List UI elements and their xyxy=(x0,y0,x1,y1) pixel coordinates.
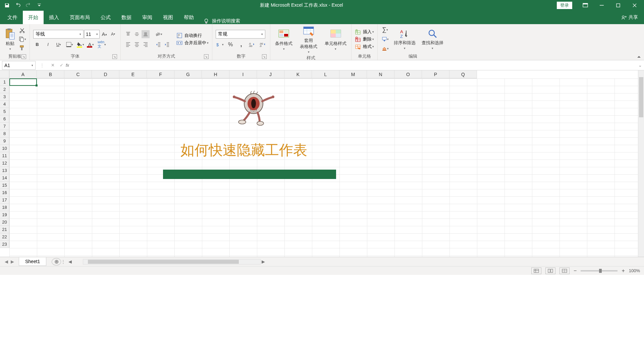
dialog-launcher-icon[interactable]: ↘ xyxy=(204,54,209,59)
row-header[interactable]: 2 xyxy=(0,86,9,93)
delete-cells-button[interactable]: 删除▾ xyxy=(355,36,374,42)
column-header[interactable]: P xyxy=(422,70,449,78)
column-header[interactable]: M xyxy=(339,70,367,78)
column-header[interactable]: L xyxy=(312,70,339,78)
formula-input[interactable] xyxy=(74,61,636,70)
cut-button[interactable] xyxy=(18,26,26,35)
row-header[interactable]: 14 xyxy=(0,174,9,182)
increase-decimal-button[interactable]: .0.00 xyxy=(248,41,256,49)
maximize-icon[interactable] xyxy=(610,0,626,11)
tab-review[interactable]: 审阅 xyxy=(137,11,158,24)
accounting-format-button[interactable]: $▾ xyxy=(216,41,224,49)
vertical-scrollbar[interactable] xyxy=(638,70,644,257)
decrease-decimal-button[interactable]: .00.0 xyxy=(259,41,267,49)
share-button[interactable]: 共享 xyxy=(621,11,644,24)
format-table-button[interactable]: 套用 表格格式▾ xyxy=(299,25,319,54)
align-left-button[interactable] xyxy=(124,40,132,48)
row-header[interactable]: 9 xyxy=(0,137,9,145)
zoom-in-button[interactable]: + xyxy=(622,268,625,274)
comma-button[interactable]: , xyxy=(237,41,245,49)
save-icon[interactable] xyxy=(3,2,11,9)
conditional-format-button[interactable]: 条件格式▾ xyxy=(274,28,294,51)
row-header[interactable]: 5 xyxy=(0,108,9,115)
number-format-combo[interactable]: 常规▾ xyxy=(216,30,265,39)
copy-button[interactable]: ▾ xyxy=(18,35,26,43)
next-sheet-icon[interactable]: ▶ xyxy=(11,259,14,264)
cell-styles-button[interactable]: 单元格样式▾ xyxy=(323,28,348,51)
row-header[interactable]: 16 xyxy=(0,189,9,196)
wrap-text-button[interactable]: abc自动换行 xyxy=(176,33,209,39)
paste-button[interactable]: 粘贴 ▾ xyxy=(3,27,17,51)
decrease-font-button[interactable]: A▾ xyxy=(109,30,117,38)
normal-view-button[interactable] xyxy=(531,267,541,274)
row-header[interactable]: 21 xyxy=(0,226,9,233)
autosum-button[interactable]: ∑▾ xyxy=(381,26,389,34)
page-layout-view-button[interactable] xyxy=(545,267,555,274)
column-header[interactable]: J xyxy=(257,70,284,78)
minimize-icon[interactable] xyxy=(594,0,609,11)
italic-button[interactable]: I xyxy=(44,41,52,49)
sort-filter-button[interactable]: AZ 排序和筛选▾ xyxy=(392,28,417,51)
row-header[interactable]: 23 xyxy=(0,241,9,248)
heading-text[interactable]: 如何快速隐藏工作表 xyxy=(180,141,307,160)
row-header[interactable]: 7 xyxy=(0,123,9,130)
prev-sheet-icon[interactable]: ◀ xyxy=(5,259,8,264)
align-middle-button[interactable] xyxy=(133,30,141,38)
row-header[interactable]: 10 xyxy=(0,145,9,152)
font-name-combo[interactable]: 等线▾ xyxy=(33,30,84,39)
row-header[interactable]: 4 xyxy=(0,101,9,108)
column-header[interactable]: H xyxy=(202,70,229,78)
column-header[interactable]: C xyxy=(64,70,92,78)
horizontal-scrollbar[interactable] xyxy=(83,259,261,264)
column-header[interactable]: F xyxy=(147,70,174,78)
font-size-combo[interactable]: 11▾ xyxy=(84,30,100,39)
page-break-view-button[interactable] xyxy=(559,267,570,274)
undo-icon[interactable] xyxy=(14,2,21,9)
tab-formulas[interactable]: 公式 xyxy=(95,11,116,24)
name-box[interactable]: A1▾ xyxy=(2,61,36,70)
find-select-button[interactable]: 查找和选择▾ xyxy=(420,28,445,51)
cells-area[interactable]: 如何快速隐藏工作表 xyxy=(9,78,638,257)
row-header[interactable]: 6 xyxy=(0,115,9,123)
border-button[interactable]: ▾ xyxy=(65,41,73,49)
tab-data[interactable]: 数据 xyxy=(116,11,137,24)
fill-button[interactable]: ▾ xyxy=(381,35,389,43)
row-header[interactable]: 1 xyxy=(0,78,9,86)
dialog-launcher-icon[interactable]: ↘ xyxy=(21,54,26,59)
format-cells-button[interactable]: 格式▾ xyxy=(355,44,374,50)
column-header[interactable]: N xyxy=(367,70,394,78)
column-header[interactable]: O xyxy=(394,70,422,78)
align-center-button[interactable] xyxy=(133,40,141,48)
active-cell[interactable] xyxy=(9,78,37,86)
tab-view[interactable]: 视图 xyxy=(158,11,178,24)
login-button[interactable]: 登录 xyxy=(557,2,572,9)
bold-button[interactable]: B xyxy=(33,41,41,49)
green-bar-shape[interactable] xyxy=(163,170,336,179)
decrease-indent-button[interactable] xyxy=(154,40,162,48)
tab-help[interactable]: 帮助 xyxy=(178,11,199,24)
row-header[interactable]: 19 xyxy=(0,211,9,219)
dialog-launcher-icon[interactable]: ↘ xyxy=(112,54,117,59)
row-header[interactable]: 22 xyxy=(0,233,9,241)
align-right-button[interactable] xyxy=(142,40,150,48)
align-bottom-button[interactable] xyxy=(142,30,150,38)
font-color-button[interactable]: A▾ xyxy=(87,41,95,49)
tab-insert[interactable]: 插入 xyxy=(44,11,64,24)
new-sheet-button[interactable]: ⊕ xyxy=(52,258,61,265)
row-header[interactable]: 12 xyxy=(0,160,9,167)
tab-file[interactable]: 文件 xyxy=(2,11,23,24)
merge-center-button[interactable]: 合并后居中▾ xyxy=(176,40,209,46)
row-header[interactable]: 13 xyxy=(0,167,9,174)
row-header[interactable]: 11 xyxy=(0,152,9,160)
row-header[interactable]: 15 xyxy=(0,182,9,189)
close-icon[interactable] xyxy=(627,0,642,11)
tab-home[interactable]: 开始 xyxy=(23,11,44,24)
fill-color-button[interactable]: ▾ xyxy=(76,41,84,49)
dialog-launcher-icon[interactable]: ↘ xyxy=(262,54,267,59)
increase-font-button[interactable]: A▴ xyxy=(100,30,108,38)
insert-cells-button[interactable]: 插入▾ xyxy=(355,29,374,35)
column-header[interactable]: Q xyxy=(449,70,477,78)
tab-page-layout[interactable]: 页面布局 xyxy=(64,11,95,24)
cartoon-character-image[interactable] xyxy=(231,85,276,126)
zoom-out-button[interactable]: − xyxy=(574,268,577,274)
